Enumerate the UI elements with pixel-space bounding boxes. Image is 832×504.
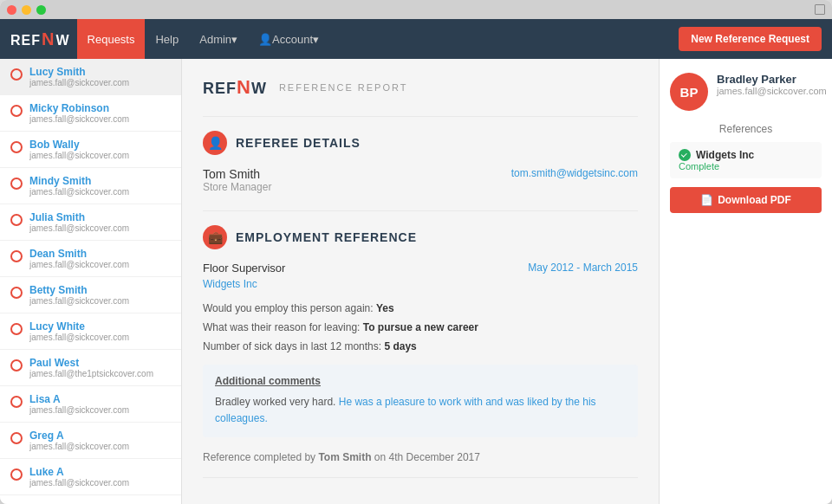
sidebar-name: Luke A [29, 466, 171, 478]
user-icon: 👤 [258, 33, 272, 46]
referee-role: Store Manager [203, 181, 271, 193]
sidebar-status-dot [10, 359, 23, 372]
sidebar-status-dot [10, 141, 23, 153]
nav-help[interactable]: Help [145, 19, 189, 59]
sidebar-status-dot [10, 468, 23, 481]
close-button[interactable] [7, 5, 16, 15]
referee-icon: 👤 [203, 131, 227, 155]
reference-company: Widgets Inc [696, 149, 754, 161]
sidebar-info: Lisa Ajames.fall@sickcover.com [29, 393, 171, 415]
sidebar-info: Lucy Whitejames.fall@sickcover.com [29, 320, 171, 342]
expand-icon[interactable] [815, 4, 825, 15]
sidebar-email: james.fall@sickcover.com [29, 405, 171, 415]
sidebar-email: james.fall@sickcover.com [29, 478, 171, 488]
sidebar-info: Julia Smithjames.fall@sickcover.com [29, 211, 171, 233]
maximize-button[interactable] [36, 5, 46, 15]
qa-answer-3: 5 days [384, 340, 416, 352]
sidebar-status-dot [10, 396, 23, 408]
reference-item-row: Widgets Inc [679, 149, 813, 161]
sidebar-item[interactable]: Micky Robinsonjames.fall@sickcover.com [0, 95, 181, 132]
sidebar-email: james.fall@sickcover.com [29, 114, 171, 124]
divider-top [203, 116, 638, 117]
referee-section-header: 👤 REFEREE DETAILS [203, 131, 638, 155]
sidebar-item[interactable]: Lisa Ajames.fall@sickcover.com [0, 386, 181, 423]
referee-section-title: REFEREE DETAILS [236, 136, 361, 150]
nav-requests[interactable]: Requests [77, 19, 146, 59]
sidebar-item[interactable]: Dean Smithjames.fall@sickcover.com [0, 241, 181, 277]
nav-logo: REFNW [10, 29, 70, 49]
report-header: REFNW REFERENCE REPORT [203, 76, 638, 99]
sidebar-status-dot [10, 323, 23, 335]
sidebar-email: james.fall@sickcover.com [29, 442, 171, 451]
sidebar-info: Paul Westjames.fall@the1ptsickcover.com [29, 357, 171, 378]
navbar: REFNW Requests Help Admin ▾ 👤 Account ▾ … [0, 19, 832, 59]
sidebar-item[interactable]: Julia Smithjames.fall@sickcover.com [0, 204, 181, 241]
sidebar-email: james.fall@sickcover.com [29, 78, 171, 87]
qa-line-1: Would you employ this person again: Yes [203, 300, 638, 316]
sidebar-status-dot [10, 105, 23, 117]
sidebar-info: Dean Smithjames.fall@sickcover.com [29, 248, 171, 269]
sidebar-item[interactable]: Bob Wallyjames.fall@sickcover.com [0, 132, 181, 168]
comments-plain: Bradley worked very hard. [215, 396, 335, 408]
date-range: May 2012 - March 2015 [528, 262, 638, 275]
referee-row: Tom Smith Store Manager tom.smith@widget… [203, 167, 638, 193]
sidebar-item[interactable]: Luke Ajames.fall@sickcover.com [0, 459, 181, 495]
nav-account[interactable]: 👤 Account ▾ [248, 19, 329, 59]
company-name: Widgets Inc [203, 278, 638, 290]
sidebar-item[interactable]: Lucy Smithjames.fall@sickcover.com [0, 59, 181, 95]
sidebar-info: Micky Robinsonjames.fall@sickcover.com [29, 102, 171, 124]
logo-arrow: N [42, 29, 55, 48]
candidate-name: Bradley Parker [717, 73, 827, 86]
sidebar-item[interactable]: Betty Smithjames.fall@sickcover.com [0, 277, 181, 313]
reference-check-icon [679, 149, 691, 161]
referee-name: Tom Smith [203, 167, 271, 181]
sidebar-status-dot [10, 250, 23, 262]
sidebar-name: Betty Smith [29, 284, 171, 296]
new-reference-button[interactable]: New Reference Request [679, 27, 822, 51]
job-title: Floor Supervisor [203, 262, 285, 275]
sidebar-email: james.fall@sickcover.com [29, 223, 171, 233]
reference-item: Widgets Inc Complete [670, 142, 822, 178]
right-panel: BP Bradley Parker james.fall@sickcover.c… [659, 59, 832, 504]
minimize-button[interactable] [22, 5, 31, 15]
completed-line: Reference completed by Tom Smith on 4th … [203, 451, 638, 463]
referee-name-block: Tom Smith Store Manager [203, 167, 271, 193]
center-content: REFNW REFERENCE REPORT 👤 REFEREE DETAILS… [182, 59, 659, 504]
sidebar: Lucy Smithjames.fall@sickcover.comMicky … [0, 59, 182, 504]
sidebar-email: james.fall@sickcover.com [29, 296, 171, 306]
candidate-email: james.fall@sickcover.com [717, 86, 827, 96]
sidebar-status-dot [10, 432, 23, 444]
download-pdf-button[interactable]: 📄 Download PDF [670, 187, 822, 213]
sidebar-status-dot [10, 68, 23, 81]
nav-admin[interactable]: Admin ▾ [189, 19, 248, 59]
refnow-arrow-icon: N [237, 76, 251, 98]
sidebar-item[interactable]: Lucy Whitejames.fall@sickcover.com [0, 313, 181, 350]
sidebar-email: james.fall@sickcover.com [29, 333, 171, 342]
sidebar-item[interactable]: Paul Westjames.fall@the1ptsickcover.com [0, 350, 181, 386]
employment-section-header: 💼 EMPLOYMENT REFERENCE [203, 225, 638, 249]
sidebar-email: james.fall@the1ptsickcover.com [29, 369, 171, 378]
sidebar-item[interactable]: Mindy Smithjames.fall@sickcover.com [0, 168, 181, 204]
completed-on: on 4th December 2017 [374, 451, 480, 463]
avatar: BP [670, 73, 708, 111]
sidebar-email: james.fall@sickcover.com [29, 260, 171, 269]
app-window: REFNW Requests Help Admin ▾ 👤 Account ▾ … [0, 0, 832, 504]
qa-line-3: Number of sick days in last 12 months: 5… [203, 339, 638, 354]
sidebar-status-dot [10, 287, 23, 299]
sidebar-name: Paul West [29, 357, 171, 369]
comments-box: Additional comments Bradley worked very … [203, 365, 638, 437]
sidebar-item[interactable]: Greg Ajames.fall@sickcover.com [0, 423, 181, 459]
qa-answer-1: Yes [376, 302, 394, 314]
comments-label: Additional comments [215, 375, 626, 387]
titlebar [0, 0, 832, 19]
divider-bottom [203, 477, 638, 478]
avatar-row: BP Bradley Parker james.fall@sickcover.c… [670, 73, 822, 111]
sidebar-info: Betty Smithjames.fall@sickcover.com [29, 284, 171, 306]
sidebar-name: Lucy White [29, 320, 171, 333]
main-layout: Lucy Smithjames.fall@sickcover.comMicky … [0, 59, 832, 504]
referee-email: tom.smith@widgetsinc.com [511, 167, 638, 179]
sidebar-name: Lucy Smith [29, 66, 171, 78]
logo-text: REFNW [10, 29, 70, 49]
sidebar-email: james.fall@sickcover.com [29, 187, 171, 197]
sidebar-item[interactable]: Bill Bjames.fall@sickcover.com [0, 495, 181, 504]
